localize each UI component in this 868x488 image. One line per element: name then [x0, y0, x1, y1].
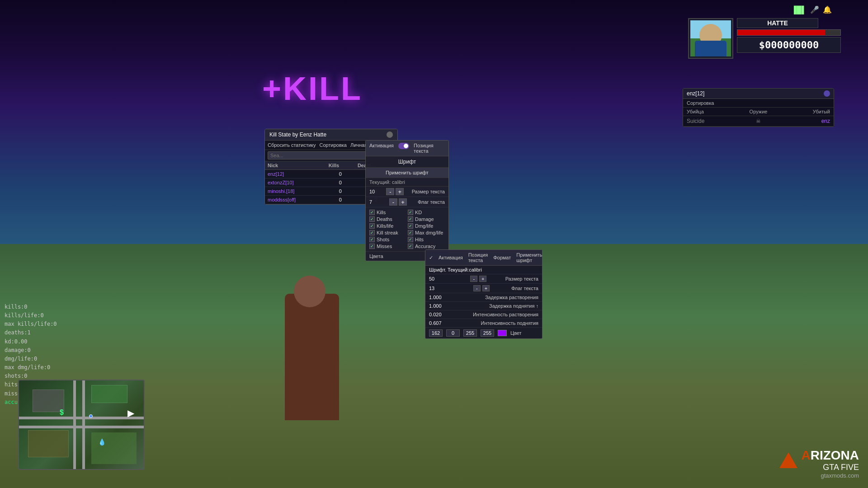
health-bar-container — [737, 29, 841, 36]
sp2-row-label: Задержка растворения — [485, 295, 538, 300]
stat-max-dmg-life: max dmg/life:0 — [5, 363, 57, 372]
sp2-check-icon: ✓ — [429, 255, 433, 261]
sp2-row-value: 0.607 — [429, 320, 452, 326]
ks-nick-cell: minoshi.[18] — [265, 187, 326, 196]
arizona-triangle-icon — [779, 452, 797, 468]
fp-flag-plus[interactable]: + — [399, 198, 407, 206]
sp2-setting-row: 13 - + Флаг текста — [425, 284, 542, 293]
stat-kills-life: kills/life:0 — [5, 311, 57, 320]
fp-check-label: Deaths — [377, 216, 392, 222]
avatar-image — [690, 20, 731, 56]
fp-check-item: ✓ Kills/life — [369, 223, 406, 229]
sp2-font-current-label: Шрифт. Текущий:calibri — [429, 267, 482, 272]
fp-checkbox[interactable]: ✓ — [408, 244, 413, 249]
sp2-color-g[interactable] — [446, 329, 460, 337]
sp2-color-r[interactable] — [429, 329, 443, 337]
ks-reset-btn[interactable]: Сбросить статистику — [268, 142, 316, 148]
klp-title-text: enz[12] — [687, 90, 704, 97]
fp-checkbox[interactable]: ✓ — [369, 230, 375, 235]
sp2-color-row: Цвет — [425, 328, 542, 338]
fp-checkbox[interactable]: ✓ — [408, 210, 413, 215]
fp-check-item: ✓ Hits — [408, 237, 445, 242]
fp-checkbox[interactable]: ✓ — [369, 210, 375, 215]
sp2-header: ✓ Активация Позиция текста Формат Примен… — [425, 250, 542, 266]
ks-kills-cell: 0 — [326, 187, 355, 196]
sp2-color-label: Цвет — [510, 330, 522, 336]
fp-check-item: ✓ Accuracy — [408, 244, 445, 249]
mic-icon: 🎤 — [810, 5, 819, 14]
fp-check-label: Hits — [415, 237, 424, 242]
sp2-row-value: 13 — [429, 286, 452, 291]
fp-activate-label: Активация — [369, 143, 394, 154]
sp2-setting-row: 1.000 Задержка растворения — [425, 293, 542, 302]
fp-check-label: Misses — [377, 244, 392, 249]
fp-checkbox[interactable]: ✓ — [408, 230, 413, 235]
player-avatar — [688, 18, 733, 59]
fp-size-row: 10 - + Размер текста — [366, 187, 448, 197]
fp-size-plus[interactable]: + — [396, 188, 404, 195]
stat-kills: kills:0 — [5, 303, 57, 311]
fp-section-title: Шрифт — [366, 156, 448, 168]
ks-kills-cell: 0 — [326, 196, 355, 204]
minimap-direction: ▶ — [127, 408, 134, 418]
fp-checkbox[interactable]: ✓ — [408, 237, 413, 242]
sp2-font-current: Шрифт. Текущий:calibri — [425, 266, 542, 274]
player-hud: HATTE $000000000 — [688, 18, 841, 59]
fp-apply-button[interactable]: Применить шрифт — [366, 168, 448, 178]
sp2-row-label: Флаг текста — [511, 286, 538, 291]
fp-size-minus[interactable]: - — [386, 188, 394, 195]
fp-check-label: Dmg/life — [415, 223, 433, 229]
fp-checkbox[interactable]: ✓ — [408, 223, 413, 229]
stat-max-kills-life: max kills/life:0 — [5, 320, 57, 328]
fp-flag-minus[interactable]: - — [389, 198, 397, 206]
klp-killer-header: Убийца — [687, 109, 735, 114]
sp2-row-value: 50 — [429, 276, 452, 282]
fp-check-item: ✓ Damage — [408, 216, 445, 222]
sp2-row-label: Интенсивность растворения — [473, 312, 538, 317]
klp-weapon-header: Оружие — [735, 109, 783, 114]
fp-checkbox[interactable]: ✓ — [369, 237, 375, 242]
ks-close-button[interactable] — [387, 131, 393, 138]
minimap-player-dot — [89, 414, 93, 418]
arizona-logo-text: ARIZONA GTA FIVE — [801, 448, 859, 472]
klp-title-bar: enz[12] — [683, 89, 834, 99]
klp-close-button[interactable] — [824, 90, 830, 97]
fp-toggle[interactable] — [398, 143, 409, 149]
sp2-row-label: Размер текста — [505, 276, 538, 282]
fp-check-item: ✓ Dmg/life — [408, 223, 445, 229]
klp-column-headers: Убийца Оружие Убитый — [683, 108, 834, 116]
ks-title-bar: Kill State by Eenz Hatte — [265, 129, 397, 141]
top-hud-icons: ▐█▌ 🎤 🔔 — [791, 5, 832, 14]
sp2-row-value: 1.000 — [429, 303, 452, 309]
kill-log-panel: enz[12] Сортировка Убийца Оружие Убитый … — [683, 88, 834, 127]
money-display: $000000000 — [737, 37, 841, 53]
sp2-minus-btn[interactable]: - — [473, 285, 481, 291]
ks-sort-btn[interactable]: Сортировка — [320, 142, 347, 148]
sp2-plus-btn[interactable]: + — [482, 285, 490, 291]
klp-killer-cell: Suicide — [687, 118, 735, 124]
sp2-apply-font-label: Применить шрифт — [516, 252, 542, 263]
sp2-minus-btn[interactable]: - — [470, 276, 477, 282]
fp-checkbox[interactable]: ✓ — [369, 223, 375, 229]
fp-flag-value: 7 — [369, 199, 378, 205]
sp2-format-label: Формат — [493, 255, 511, 260]
ks-nick-cell: extonzZ[10] — [265, 178, 326, 187]
stat-damage: damage:0 — [5, 346, 57, 355]
fp-checkbox[interactable]: ✓ — [408, 216, 413, 222]
fp-check-item: ✓ Max dmg/life — [408, 230, 445, 235]
fp-check-item: ✓ Kill streak — [369, 230, 406, 235]
sp2-color-a[interactable] — [481, 329, 494, 337]
fp-check-item: ✓ Kills — [369, 210, 406, 215]
sp2-color-b[interactable] — [463, 329, 477, 337]
fp-check-label: Kills — [377, 210, 386, 215]
sp2-rows: 50 - + Размер текста 13 - + Флаг текста … — [425, 274, 542, 328]
stat-kd: kd:0.00 — [5, 338, 57, 346]
fp-checkbox[interactable]: ✓ — [369, 244, 375, 249]
fp-flag-label: Флаг текста — [418, 199, 445, 205]
sp2-setting-row: 50 - + Размер текста — [425, 274, 542, 284]
fp-check-item: ✓ Deaths — [369, 216, 406, 222]
fp-checkbox[interactable]: ✓ — [369, 216, 375, 222]
sp2-plus-btn[interactable]: + — [479, 276, 486, 282]
fp-size-value: 10 — [369, 189, 378, 194]
sp2-activate-label: Активация — [439, 255, 463, 260]
